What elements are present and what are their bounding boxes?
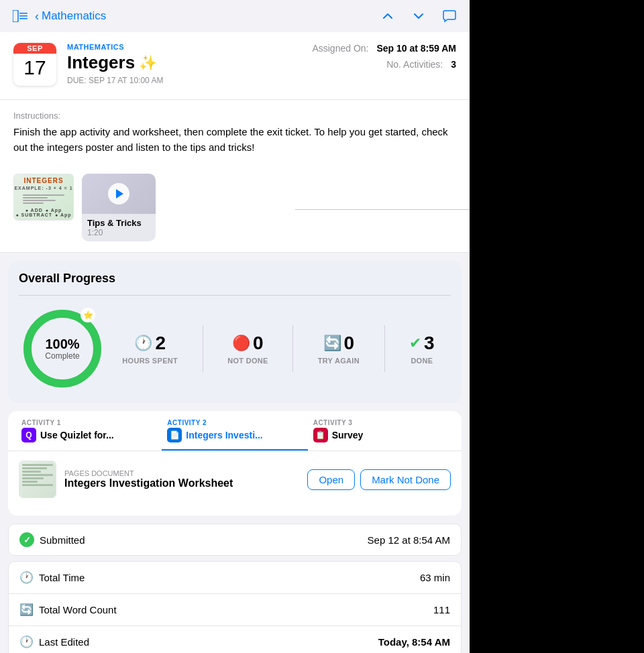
doc-actions: Open Mark Not Done <box>307 469 451 490</box>
assignment-meta: Assigned On: Sep 10 at 8:59 AM No. Activ… <box>312 43 456 70</box>
svg-rect-3 <box>19 18 28 19</box>
tab3-num: ACTIVITY 3 <box>313 419 353 426</box>
comment-button[interactable] <box>440 7 459 25</box>
tab3-icon-row: 📋 Survey <box>313 428 364 442</box>
tab1-title: Use Quizlet for... <box>40 430 114 440</box>
subject-label: MATHEMATICS <box>67 43 301 51</box>
svg-rect-1 <box>19 13 28 14</box>
stat-divider-1 <box>203 325 203 372</box>
submitted-left: ✓ Submitted <box>19 532 85 547</box>
last-edited-label: Last Edited <box>39 636 89 648</box>
up-arrow-button[interactable] <box>378 7 397 25</box>
video-info: Tips & Tricks 1:20 <box>82 214 156 241</box>
sidebar-toggle-button[interactable] <box>11 7 30 25</box>
progress-section: Overall Progress 100% Complete ⭐ <box>8 261 462 403</box>
stat-rows: 🕐 Total Time 63 min 🔄 Total Word Count 1… <box>8 561 462 653</box>
done-label: DONE <box>411 357 433 365</box>
total-time-row: 🕐 Total Time 63 min <box>9 562 461 594</box>
submitted-check-icon: ✓ <box>19 532 34 547</box>
clock-icon: 🕐 <box>134 335 152 352</box>
sparkle-icon: ✨ <box>139 54 157 72</box>
poster-title: INTEGERS <box>23 177 63 184</box>
document-thumbnail <box>19 461 56 498</box>
assignment-info: MATHEMATICS Integers ✨ DUE: SEP 17 AT 10… <box>67 43 301 85</box>
tab2-title: Integers Investi... <box>186 430 262 440</box>
done-check-icon: ✔ <box>409 335 421 352</box>
not-done-num: 0 <box>253 333 264 354</box>
no-activities-row: No. Activities: 3 <box>312 59 456 70</box>
poster-subtitle: EXAMPLE: -3 + 4 = 1 <box>14 186 72 190</box>
tab3-title: Survey <box>332 430 364 440</box>
svg-rect-0 <box>13 10 18 22</box>
total-time-left: 🕐 Total Time <box>19 571 85 585</box>
cal-month: SEP <box>13 43 56 54</box>
assignment-title: Integers ✨ <box>67 52 301 73</box>
nav-left: ‹ Mathematics <box>11 7 106 25</box>
submitted-row: ✓ Submitted Sep 12 at 8:54 AM <box>8 524 462 556</box>
try-again-num: 0 <box>344 333 355 354</box>
try-again-label: TRY AGAIN <box>318 357 360 365</box>
document-info: PAGES DOCUMENT Integers Investigation Wo… <box>64 469 299 489</box>
play-button[interactable] <box>108 183 129 204</box>
tab-activity-3[interactable]: ACTIVITY 3 📋 Survey <box>308 411 453 451</box>
instructions-text: Finish the app activity and worksheet, t… <box>13 125 456 155</box>
down-arrow-button[interactable] <box>409 7 428 25</box>
word-count-left: 🔄 Total Word Count <box>19 603 117 617</box>
tab2-icon-row: 📄 Integers Investi... <box>167 428 262 442</box>
assignment-header: SEP 17 MATHEMATICS Integers ✨ DUE: SEP 1… <box>0 32 470 100</box>
total-time-icon: 🕐 <box>19 571 34 585</box>
try-again-icon: 🔄 <box>323 335 341 352</box>
stat-divider-3 <box>384 325 385 372</box>
done-stat: ✔ 3 DONE <box>401 333 443 365</box>
doc-type: PAGES DOCUMENT <box>64 469 299 477</box>
no-activities-value: 3 <box>451 59 456 70</box>
document-row: PAGES DOCUMENT Integers Investigation Wo… <box>19 461 451 498</box>
back-button[interactable]: ‹ Mathematics <box>35 9 106 23</box>
activity-tabs: ACTIVITY 1 Q Use Quizlet for... ACTIVITY… <box>8 411 462 451</box>
last-edited-icon: 🕐 <box>19 635 34 649</box>
hours-label: HOURS SPENT <box>122 357 178 365</box>
poster-attachment[interactable]: INTEGERS EXAMPLE: -3 + 4 = 1 ● ADD● App … <box>13 174 74 221</box>
stats-grid: 🕐 2 HOURS SPENT 🔴 0 NOT DONE 🔄 <box>106 325 451 372</box>
video-title: Tips & Tricks <box>87 218 150 228</box>
cal-day: 17 <box>23 54 46 80</box>
not-done-stat: 🔴 0 NOT DONE <box>219 333 276 365</box>
tab1-num: ACTIVITY 1 <box>21 419 61 426</box>
last-edited-value: Today, 8:54 AM <box>378 636 450 648</box>
progress-divider <box>19 295 451 296</box>
hours-num: 2 <box>155 333 166 354</box>
activity-content: PAGES DOCUMENT Integers Investigation Wo… <box>8 451 462 516</box>
donut-star-icon: ⭐ <box>80 308 95 322</box>
tab-activity-1[interactable]: ACTIVITY 1 Q Use Quizlet for... <box>16 411 162 451</box>
donut-percent: 100% <box>45 337 79 351</box>
mark-not-done-button[interactable]: Mark Not Done <box>360 469 451 490</box>
calendar-icon: SEP 17 <box>13 43 56 86</box>
open-button[interactable]: Open <box>307 469 355 490</box>
back-chevron-icon: ‹ <box>35 9 39 23</box>
assigned-on-label: Assigned On: <box>312 43 368 54</box>
progress-title: Overall Progress <box>19 272 451 286</box>
stat-divider-2 <box>292 325 293 372</box>
video-attachment[interactable]: Tips & Tricks 1:20 <box>82 174 156 241</box>
quizlet-icon: Q <box>21 428 36 442</box>
last-edited-left: 🕐 Last Edited <box>19 635 89 649</box>
hours-spent-top: 🕐 2 <box>134 333 166 354</box>
word-count-label: Total Word Count <box>39 604 117 615</box>
progress-stats: 100% Complete ⭐ 🕐 2 HOURS SPENT 🔴 <box>19 305 451 392</box>
not-done-label: NOT DONE <box>227 357 268 365</box>
tab2-num: ACTIVITY 2 <box>167 419 207 426</box>
attachments-row: INTEGERS EXAMPLE: -3 + 4 = 1 ● ADD● App … <box>0 166 470 253</box>
pages-icon: 📄 <box>167 428 182 442</box>
submitted-time: Sep 12 at 8:54 AM <box>368 534 450 546</box>
done-num: 3 <box>424 333 435 354</box>
total-time-value: 63 min <box>420 572 450 583</box>
done-top: ✔ 3 <box>409 333 435 354</box>
try-again-stat: 🔄 0 TRY AGAIN <box>310 333 368 365</box>
svg-rect-2 <box>19 15 28 17</box>
activities-section: ACTIVITY 1 Q Use Quizlet for... ACTIVITY… <box>8 411 462 516</box>
word-count-value: 111 <box>433 604 450 615</box>
last-edited-row: 🕐 Last Edited Today, 8:54 AM <box>9 626 461 653</box>
doc-title: Integers Investigation Worksheet <box>64 477 299 489</box>
tab-activity-2[interactable]: ACTIVITY 2 📄 Integers Investi... <box>162 411 307 451</box>
divider <box>295 209 470 210</box>
